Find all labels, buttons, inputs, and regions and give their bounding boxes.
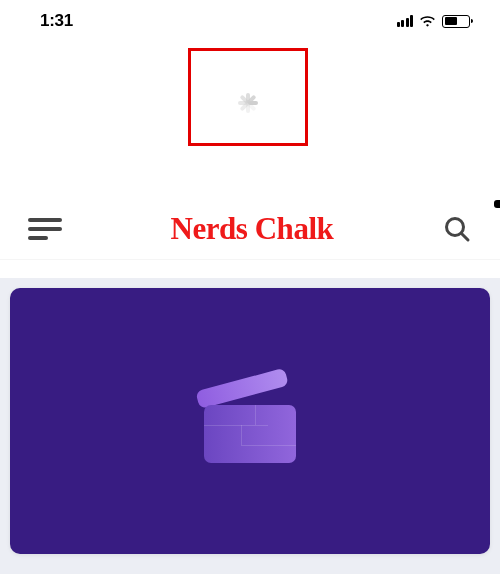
site-header: Nerds Chalk xyxy=(0,198,500,260)
loading-spinner-icon xyxy=(230,79,266,115)
clapperboard-icon xyxy=(204,381,296,461)
feature-card[interactable] xyxy=(10,288,490,554)
search-icon xyxy=(443,215,471,243)
loading-annotation-box xyxy=(188,48,308,146)
svg-line-1 xyxy=(461,233,468,240)
wifi-icon xyxy=(419,15,436,27)
search-button[interactable] xyxy=(442,214,472,244)
status-time: 1:31 xyxy=(40,11,73,31)
status-indicators xyxy=(397,15,471,28)
status-bar: 1:31 xyxy=(0,0,500,36)
menu-button[interactable] xyxy=(28,218,62,240)
cellular-signal-icon xyxy=(397,15,414,27)
battery-icon xyxy=(442,15,470,28)
site-logo[interactable]: Nerds Chalk xyxy=(171,210,334,247)
content-area xyxy=(0,278,500,574)
